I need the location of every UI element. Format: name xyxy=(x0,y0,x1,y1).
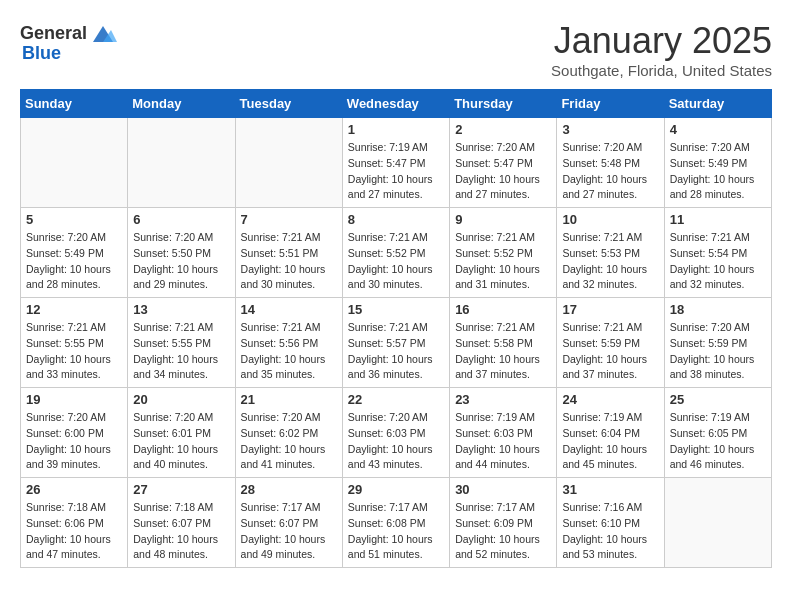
day-info: Sunrise: 7:17 AMSunset: 6:08 PMDaylight:… xyxy=(348,500,444,563)
day-number: 9 xyxy=(455,212,551,227)
day-header-saturday: Saturday xyxy=(664,90,771,118)
day-info: Sunrise: 7:21 AMSunset: 5:54 PMDaylight:… xyxy=(670,230,766,293)
calendar-cell: 1Sunrise: 7:19 AMSunset: 5:47 PMDaylight… xyxy=(342,118,449,208)
week-row-4: 19Sunrise: 7:20 AMSunset: 6:00 PMDayligh… xyxy=(21,388,772,478)
calendar-cell: 13Sunrise: 7:21 AMSunset: 5:55 PMDayligh… xyxy=(128,298,235,388)
calendar-cell: 24Sunrise: 7:19 AMSunset: 6:04 PMDayligh… xyxy=(557,388,664,478)
calendar-cell: 12Sunrise: 7:21 AMSunset: 5:55 PMDayligh… xyxy=(21,298,128,388)
day-number: 10 xyxy=(562,212,658,227)
day-info: Sunrise: 7:16 AMSunset: 6:10 PMDaylight:… xyxy=(562,500,658,563)
day-number: 25 xyxy=(670,392,766,407)
title-block: January 2025 Southgate, Florida, United … xyxy=(551,20,772,79)
day-number: 2 xyxy=(455,122,551,137)
day-info: Sunrise: 7:20 AMSunset: 5:49 PMDaylight:… xyxy=(26,230,122,293)
day-number: 27 xyxy=(133,482,229,497)
day-number: 7 xyxy=(241,212,337,227)
day-header-thursday: Thursday xyxy=(450,90,557,118)
day-info: Sunrise: 7:20 AMSunset: 6:01 PMDaylight:… xyxy=(133,410,229,473)
day-info: Sunrise: 7:19 AMSunset: 6:04 PMDaylight:… xyxy=(562,410,658,473)
day-info: Sunrise: 7:19 AMSunset: 5:47 PMDaylight:… xyxy=(348,140,444,203)
day-number: 12 xyxy=(26,302,122,317)
day-info: Sunrise: 7:20 AMSunset: 5:47 PMDaylight:… xyxy=(455,140,551,203)
logo: General Blue xyxy=(20,20,117,64)
logo-general-text: General xyxy=(20,24,87,44)
day-info: Sunrise: 7:20 AMSunset: 6:03 PMDaylight:… xyxy=(348,410,444,473)
calendar-cell: 21Sunrise: 7:20 AMSunset: 6:02 PMDayligh… xyxy=(235,388,342,478)
calendar-cell: 26Sunrise: 7:18 AMSunset: 6:06 PMDayligh… xyxy=(21,478,128,568)
day-info: Sunrise: 7:17 AMSunset: 6:09 PMDaylight:… xyxy=(455,500,551,563)
day-info: Sunrise: 7:20 AMSunset: 5:48 PMDaylight:… xyxy=(562,140,658,203)
day-info: Sunrise: 7:19 AMSunset: 6:03 PMDaylight:… xyxy=(455,410,551,473)
calendar-cell: 17Sunrise: 7:21 AMSunset: 5:59 PMDayligh… xyxy=(557,298,664,388)
day-number: 23 xyxy=(455,392,551,407)
day-info: Sunrise: 7:21 AMSunset: 5:55 PMDaylight:… xyxy=(26,320,122,383)
day-header-friday: Friday xyxy=(557,90,664,118)
day-info: Sunrise: 7:18 AMSunset: 6:07 PMDaylight:… xyxy=(133,500,229,563)
calendar-header-row: SundayMondayTuesdayWednesdayThursdayFrid… xyxy=(21,90,772,118)
calendar-cell xyxy=(21,118,128,208)
day-info: Sunrise: 7:20 AMSunset: 5:50 PMDaylight:… xyxy=(133,230,229,293)
calendar-cell: 2Sunrise: 7:20 AMSunset: 5:47 PMDaylight… xyxy=(450,118,557,208)
day-info: Sunrise: 7:21 AMSunset: 5:51 PMDaylight:… xyxy=(241,230,337,293)
calendar-cell: 15Sunrise: 7:21 AMSunset: 5:57 PMDayligh… xyxy=(342,298,449,388)
calendar-cell: 9Sunrise: 7:21 AMSunset: 5:52 PMDaylight… xyxy=(450,208,557,298)
day-number: 17 xyxy=(562,302,658,317)
calendar-cell xyxy=(235,118,342,208)
day-number: 18 xyxy=(670,302,766,317)
day-info: Sunrise: 7:21 AMSunset: 5:57 PMDaylight:… xyxy=(348,320,444,383)
day-number: 14 xyxy=(241,302,337,317)
day-number: 5 xyxy=(26,212,122,227)
day-number: 31 xyxy=(562,482,658,497)
day-info: Sunrise: 7:21 AMSunset: 5:55 PMDaylight:… xyxy=(133,320,229,383)
calendar-header: General Blue January 2025 Southgate, Flo… xyxy=(20,20,772,79)
day-info: Sunrise: 7:19 AMSunset: 6:05 PMDaylight:… xyxy=(670,410,766,473)
day-number: 13 xyxy=(133,302,229,317)
calendar-cell: 23Sunrise: 7:19 AMSunset: 6:03 PMDayligh… xyxy=(450,388,557,478)
day-number: 28 xyxy=(241,482,337,497)
day-info: Sunrise: 7:21 AMSunset: 5:53 PMDaylight:… xyxy=(562,230,658,293)
day-info: Sunrise: 7:21 AMSunset: 5:52 PMDaylight:… xyxy=(455,230,551,293)
day-header-tuesday: Tuesday xyxy=(235,90,342,118)
day-number: 15 xyxy=(348,302,444,317)
day-info: Sunrise: 7:21 AMSunset: 5:58 PMDaylight:… xyxy=(455,320,551,383)
day-number: 11 xyxy=(670,212,766,227)
calendar-cell: 25Sunrise: 7:19 AMSunset: 6:05 PMDayligh… xyxy=(664,388,771,478)
day-number: 29 xyxy=(348,482,444,497)
calendar-table: SundayMondayTuesdayWednesdayThursdayFrid… xyxy=(20,89,772,568)
calendar-cell: 28Sunrise: 7:17 AMSunset: 6:07 PMDayligh… xyxy=(235,478,342,568)
day-header-wednesday: Wednesday xyxy=(342,90,449,118)
calendar-cell: 6Sunrise: 7:20 AMSunset: 5:50 PMDaylight… xyxy=(128,208,235,298)
day-number: 26 xyxy=(26,482,122,497)
day-number: 4 xyxy=(670,122,766,137)
calendar-cell: 14Sunrise: 7:21 AMSunset: 5:56 PMDayligh… xyxy=(235,298,342,388)
day-info: Sunrise: 7:20 AMSunset: 5:59 PMDaylight:… xyxy=(670,320,766,383)
calendar-cell: 7Sunrise: 7:21 AMSunset: 5:51 PMDaylight… xyxy=(235,208,342,298)
day-info: Sunrise: 7:17 AMSunset: 6:07 PMDaylight:… xyxy=(241,500,337,563)
day-number: 16 xyxy=(455,302,551,317)
calendar-cell: 16Sunrise: 7:21 AMSunset: 5:58 PMDayligh… xyxy=(450,298,557,388)
calendar-cell: 29Sunrise: 7:17 AMSunset: 6:08 PMDayligh… xyxy=(342,478,449,568)
day-info: Sunrise: 7:21 AMSunset: 5:59 PMDaylight:… xyxy=(562,320,658,383)
day-number: 24 xyxy=(562,392,658,407)
week-row-3: 12Sunrise: 7:21 AMSunset: 5:55 PMDayligh… xyxy=(21,298,772,388)
calendar-title: January 2025 xyxy=(551,20,772,62)
day-info: Sunrise: 7:18 AMSunset: 6:06 PMDaylight:… xyxy=(26,500,122,563)
day-info: Sunrise: 7:21 AMSunset: 5:56 PMDaylight:… xyxy=(241,320,337,383)
calendar-cell: 22Sunrise: 7:20 AMSunset: 6:03 PMDayligh… xyxy=(342,388,449,478)
day-info: Sunrise: 7:21 AMSunset: 5:52 PMDaylight:… xyxy=(348,230,444,293)
calendar-cell: 18Sunrise: 7:20 AMSunset: 5:59 PMDayligh… xyxy=(664,298,771,388)
day-number: 8 xyxy=(348,212,444,227)
calendar-body: 1Sunrise: 7:19 AMSunset: 5:47 PMDaylight… xyxy=(21,118,772,568)
day-number: 1 xyxy=(348,122,444,137)
week-row-1: 1Sunrise: 7:19 AMSunset: 5:47 PMDaylight… xyxy=(21,118,772,208)
calendar-cell: 19Sunrise: 7:20 AMSunset: 6:00 PMDayligh… xyxy=(21,388,128,478)
week-row-2: 5Sunrise: 7:20 AMSunset: 5:49 PMDaylight… xyxy=(21,208,772,298)
calendar-cell: 8Sunrise: 7:21 AMSunset: 5:52 PMDaylight… xyxy=(342,208,449,298)
day-number: 20 xyxy=(133,392,229,407)
calendar-cell xyxy=(664,478,771,568)
calendar-cell: 20Sunrise: 7:20 AMSunset: 6:01 PMDayligh… xyxy=(128,388,235,478)
calendar-cell: 31Sunrise: 7:16 AMSunset: 6:10 PMDayligh… xyxy=(557,478,664,568)
day-number: 30 xyxy=(455,482,551,497)
calendar-cell: 5Sunrise: 7:20 AMSunset: 5:49 PMDaylight… xyxy=(21,208,128,298)
calendar-cell: 4Sunrise: 7:20 AMSunset: 5:49 PMDaylight… xyxy=(664,118,771,208)
